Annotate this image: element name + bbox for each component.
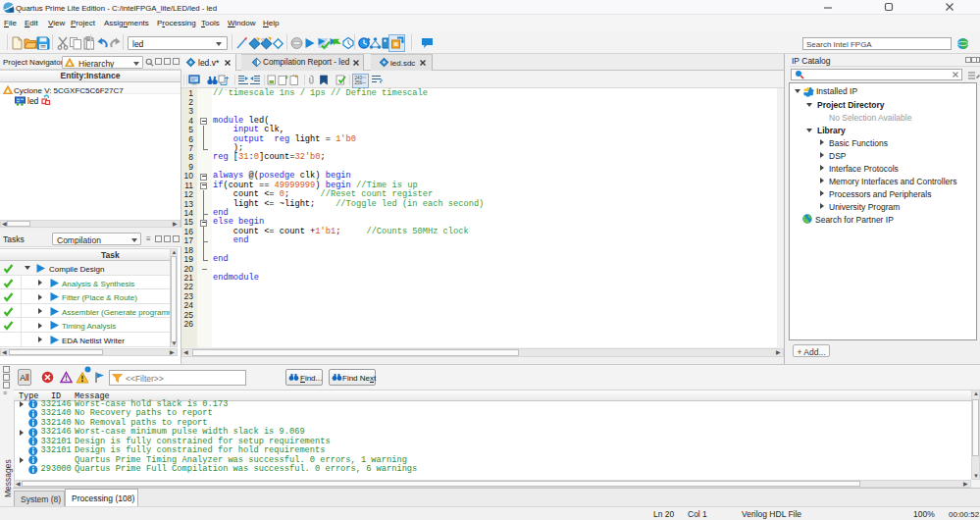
svg-text:243: 243 bbox=[355, 76, 363, 80]
svg-text:256: 256 bbox=[355, 80, 363, 85]
